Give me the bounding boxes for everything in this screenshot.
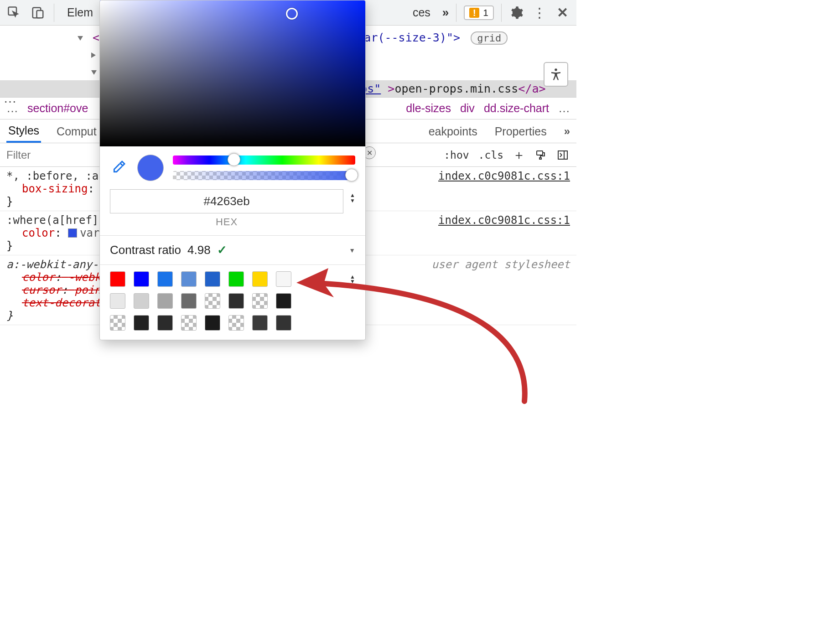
- source-link[interactable]: index.c0c9081c.css:1: [438, 214, 570, 227]
- hue-slider[interactable]: [173, 155, 355, 165]
- alpha-slider[interactable]: [173, 171, 355, 180]
- palette-swatch[interactable]: [134, 293, 149, 309]
- swatch-row: [110, 315, 355, 331]
- close-icon[interactable]: ✕: [555, 5, 570, 21]
- issues-badge[interactable]: ! 1: [464, 5, 494, 20]
- cls-toggle[interactable]: .cls: [478, 149, 503, 161]
- source-link[interactable]: index.c0c9081c.css:1: [438, 170, 570, 182]
- eyedropper-icon[interactable]: [110, 160, 128, 176]
- disclosure-triangle-icon[interactable]: [91, 52, 96, 58]
- palette-swatch[interactable]: [110, 271, 125, 287]
- sv-cursor-icon[interactable]: [286, 8, 298, 20]
- svg-point-3: [555, 68, 557, 71]
- palette-swatch[interactable]: [134, 315, 149, 331]
- subtab-styles[interactable]: Styles: [6, 119, 41, 143]
- palette-swatch[interactable]: [276, 293, 291, 309]
- palette-swatch[interactable]: [205, 293, 220, 309]
- subtab-computed[interactable]: Comput: [55, 120, 99, 142]
- palette-swatch[interactable]: [276, 271, 291, 287]
- palette-swatch[interactable]: [134, 271, 149, 287]
- toolbar-separator: [501, 4, 502, 22]
- subtab-breakpoints[interactable]: eakpoints: [427, 120, 479, 142]
- accessibility-icon[interactable]: [544, 62, 568, 87]
- warning-icon: !: [469, 8, 479, 18]
- palette-swatch[interactable]: [157, 293, 173, 309]
- palette-swatch[interactable]: [228, 271, 244, 287]
- toggle-sidebar-icon[interactable]: [556, 149, 569, 161]
- toolbar-separator: [54, 4, 54, 22]
- palette-swatch[interactable]: [276, 315, 291, 331]
- breadcrumb-item[interactable]: dle-sizes: [406, 102, 451, 115]
- issues-count: 1: [483, 7, 488, 18]
- palette-swatch[interactable]: [252, 271, 268, 287]
- tab-right-fragment[interactable]: ces: [408, 6, 435, 19]
- hex-input[interactable]: [110, 189, 343, 213]
- palette-swatches: ▲▼: [100, 265, 365, 340]
- palette-swatch[interactable]: [252, 315, 268, 331]
- grid-badge[interactable]: grid: [471, 31, 508, 45]
- disclosure-triangle-icon[interactable]: [78, 36, 83, 41]
- breadcrumb-item[interactable]: section#ove: [27, 102, 88, 115]
- ellipsis-icon[interactable]: ⋯: [4, 94, 16, 109]
- palette-swatch[interactable]: [252, 293, 268, 309]
- palette-swatch[interactable]: [228, 315, 244, 331]
- device-toolbar-icon[interactable]: [30, 5, 46, 21]
- more-subtabs-chevron-icon[interactable]: »: [564, 125, 570, 138]
- new-style-rule-icon[interactable]: ＋: [513, 149, 525, 161]
- svg-rect-4: [537, 151, 543, 155]
- palette-swatch[interactable]: [110, 315, 125, 331]
- hov-toggle[interactable]: :hov: [444, 149, 469, 161]
- svg-rect-6: [558, 151, 567, 159]
- palette-swatch[interactable]: [228, 293, 244, 309]
- contrast-ratio-row[interactable]: Contrast ratio 4.98 ✓ ▼: [100, 235, 365, 265]
- subtab-properties[interactable]: Properties: [493, 120, 549, 142]
- palette-swatch[interactable]: [181, 293, 197, 309]
- toolbar-separator: [456, 4, 456, 22]
- user-agent-label: user agent stylesheet: [432, 258, 570, 271]
- expand-contrast-icon[interactable]: ▼: [349, 247, 355, 254]
- paint-icon[interactable]: [534, 149, 547, 161]
- tab-elements[interactable]: Elem: [62, 6, 98, 19]
- contrast-label: Contrast ratio: [110, 243, 181, 257]
- slider-thumb-icon[interactable]: [345, 169, 358, 181]
- disclosure-triangle-icon[interactable]: [91, 70, 97, 75]
- contrast-value: 4.98: [187, 243, 211, 257]
- palette-swatch[interactable]: [181, 271, 197, 287]
- palette-switcher-icon[interactable]: ▲▼: [350, 275, 355, 284]
- slider-thumb-icon[interactable]: [228, 153, 240, 166]
- palette-swatch[interactable]: [205, 271, 220, 287]
- swatch-row: [110, 293, 355, 309]
- palette-swatch[interactable]: [181, 315, 197, 331]
- swatch-row: ▲▼: [110, 271, 355, 287]
- palette-swatch[interactable]: [157, 271, 173, 287]
- check-icon: ✓: [217, 243, 227, 257]
- breadcrumb-right-ellipsis[interactable]: …: [558, 101, 570, 115]
- palette-swatch[interactable]: [205, 315, 220, 331]
- breadcrumb-item[interactable]: div: [460, 102, 475, 115]
- palette-swatch[interactable]: [110, 293, 125, 309]
- color-format-label: HEX: [216, 216, 238, 228]
- palette-swatch[interactable]: [157, 315, 173, 331]
- gear-icon[interactable]: [509, 5, 524, 21]
- color-swatch-icon[interactable]: [68, 228, 77, 238]
- color-picker-popover: HEX ▲▼ Contrast ratio 4.98 ✓ ▼ ▲▼: [99, 0, 366, 340]
- svg-rect-2: [37, 10, 43, 18]
- inspect-element-icon[interactable]: [6, 5, 22, 21]
- saturation-value-canvas[interactable]: [100, 0, 365, 146]
- breadcrumb-item[interactable]: dd.size-chart: [484, 102, 549, 115]
- kebab-menu-icon[interactable]: ⋮: [532, 5, 547, 21]
- current-color-swatch: [137, 155, 164, 181]
- more-tabs-chevron-icon[interactable]: »: [442, 5, 449, 20]
- svg-rect-5: [539, 158, 541, 159]
- color-format-switcher-icon[interactable]: ▲▼: [350, 189, 355, 203]
